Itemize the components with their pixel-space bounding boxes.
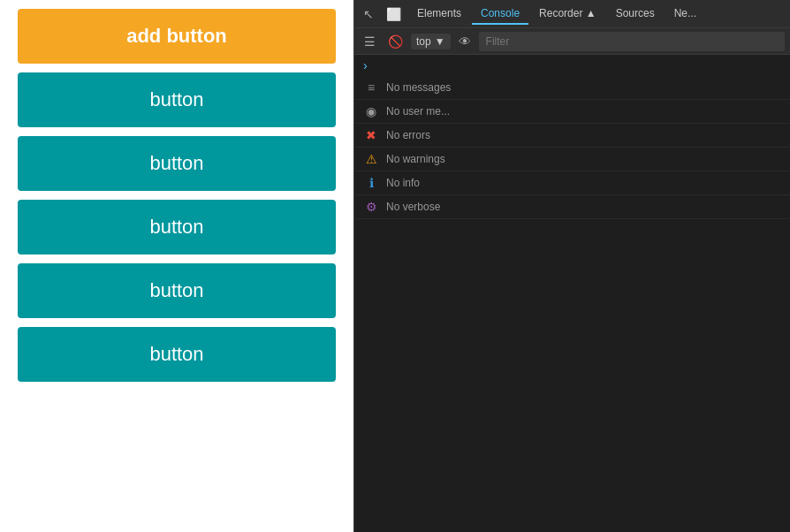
message-text: No info (386, 177, 420, 189)
verbose-icon: ⚙ (363, 200, 379, 214)
context-label: top (416, 35, 431, 48)
list-item[interactable]: ✖ No errors (354, 124, 790, 148)
error-icon: ✖ (363, 128, 379, 142)
button-2[interactable]: button (18, 136, 336, 191)
info-icon: ℹ (363, 176, 379, 190)
inspect-icon[interactable]: ⬜ (381, 4, 406, 25)
clear-console-button[interactable]: 🚫 (384, 33, 407, 50)
list-item[interactable]: ◉ No user me... (354, 100, 790, 124)
chevron-down-icon: ▼ (435, 35, 445, 48)
sidebar-toggle-button[interactable]: ☰ (360, 33, 380, 50)
button-3[interactable]: button (18, 200, 336, 255)
button-4[interactable]: button (18, 263, 336, 318)
message-text: No warnings (386, 153, 445, 165)
left-panel: add button button button button button b… (0, 0, 353, 532)
messages-icon: ≡ (363, 80, 379, 95)
message-text: No messages (386, 81, 451, 94)
filter-input[interactable] (479, 32, 785, 51)
message-text: No verbose (386, 201, 440, 213)
message-text: No errors (386, 129, 430, 141)
warning-icon: ⚠ (363, 152, 379, 166)
devtools-toolbar: ☰ 🚫 top ▼ 👁 (354, 28, 790, 55)
eye-icon-button[interactable]: 👁 (454, 33, 475, 50)
tab-more[interactable]: Ne... (665, 4, 705, 25)
button-1[interactable]: button (18, 72, 336, 127)
tab-sources[interactable]: Sources (607, 4, 664, 25)
button-5[interactable]: button (18, 327, 336, 382)
tab-elements[interactable]: Elements (408, 4, 470, 25)
devtools-panel: ↖ ⬜ Elements Console Recorder ▲ Sources … (353, 0, 790, 532)
console-arrow: › (354, 55, 790, 76)
list-item[interactable]: ⚙ No verbose (354, 195, 790, 219)
message-text: No user me... (386, 105, 450, 118)
tab-recorder[interactable]: Recorder ▲ (530, 4, 605, 25)
list-item[interactable]: ℹ No info (354, 171, 790, 195)
add-button[interactable]: add button (18, 9, 336, 64)
list-item[interactable]: ≡ No messages (354, 76, 790, 100)
console-body: › ≡ No messages ◉ No user me... ✖ No err… (354, 55, 790, 532)
tab-console[interactable]: Console (472, 4, 528, 25)
user-icon: ◉ (363, 104, 379, 118)
context-selector[interactable]: top ▼ (411, 34, 451, 49)
cursor-icon[interactable]: ↖ (358, 4, 379, 25)
list-item[interactable]: ⚠ No warnings (354, 148, 790, 171)
devtools-tabs: ↖ ⬜ Elements Console Recorder ▲ Sources … (354, 0, 790, 28)
